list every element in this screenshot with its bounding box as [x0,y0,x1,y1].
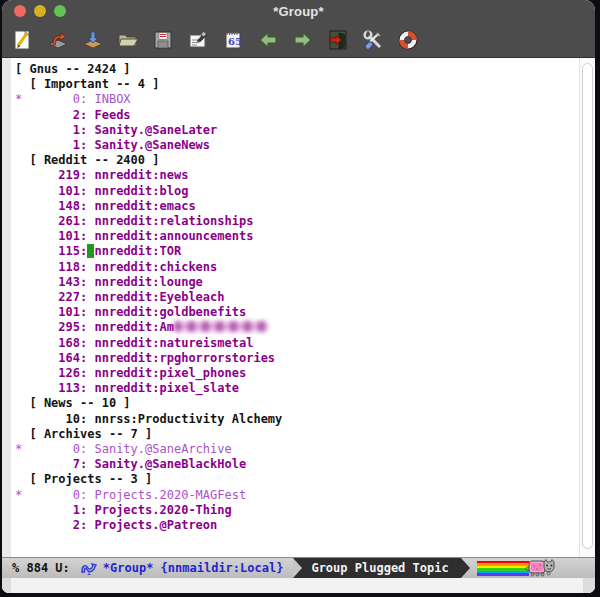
buffer-line[interactable]: 101: nnreddit:goldbenefits [15,305,579,320]
help-icon[interactable] [395,27,421,53]
buffer-line[interactable]: * 0: Projects.2020-MAGFest [15,488,579,503]
titlebar[interactable]: *Group* [2,0,595,22]
buffer-line[interactable]: 164: nnreddit:rpghorrorstories [15,351,579,366]
buffer-line[interactable]: 10: nnrss:Productivity Alchemy [15,412,579,427]
buffer-line[interactable]: 126: nnreddit:pixel_phones [15,366,579,381]
write-mail-icon[interactable] [185,27,211,53]
emacs-window: *Group* [2,0,595,593]
mode-line: % 884 U: 1 *Group* {nnmaildir:Local} Gro… [2,557,595,578]
echo-area [2,578,595,593]
save-icon[interactable] [150,27,176,53]
svg-text:1: 1 [87,569,91,576]
toolbar: 65 [2,22,595,58]
modeline-modes: Group Plugged Topic [311,561,448,575]
buffer-line[interactable]: 7: Sanity.@SaneBlackHole [15,457,579,472]
get-news-icon[interactable] [80,27,106,53]
nyan-rainbow [477,561,529,576]
reply-arrow-icon[interactable] [45,27,71,53]
open-folder-icon[interactable] [115,27,141,53]
window-title: *Group* [273,4,324,19]
buffer-lines: [ Gnus -- 2424 ] [ Important -- 4 ]* 0: … [11,58,579,557]
group-buffer: [ Gnus -- 2424 ] [ Important -- 4 ]* 0: … [2,58,595,557]
modeline-modes-segment[interactable]: Group Plugged Topic [293,558,460,579]
buffer-line[interactable]: 1: Sanity.@SaneNews [15,138,579,153]
buffer-line[interactable]: 148: nnreddit:emacs [15,199,579,214]
left-fringe [2,58,11,557]
buffer-line[interactable]: [ Projects -- 3 ] [15,472,579,487]
buffer-line[interactable]: [ Important -- 4 ] [15,77,579,92]
traffic-lights [14,5,66,17]
gnus-logo-icon: 1 [80,561,98,576]
buffer-line[interactable]: [ News -- 10 ] [15,396,579,411]
buffer-line[interactable]: 101: nnreddit:announcements [15,229,579,244]
redacted-text [174,321,268,332]
modeline-status: % 884 U: [2,561,70,575]
buffer-line[interactable]: 227: nnreddit:Eyebleach [15,290,579,305]
compose-icon[interactable] [10,27,36,53]
echo-right-fringe [583,578,595,593]
buffer-line[interactable]: 261: nnreddit:relationships [15,214,579,229]
buffer-line[interactable]: * 0: INBOX [15,92,579,107]
buffer-line[interactable]: 113: nnreddit:pixel_slate [15,381,579,396]
minimize-button[interactable] [34,5,46,17]
buffer-line[interactable]: [ Archives -- 7 ] [15,427,579,442]
buffer-line[interactable]: 115: nnreddit:TOR [15,244,579,259]
buffer-line[interactable]: 2: Feeds [15,108,579,123]
diary-icon[interactable]: 65 [220,27,246,53]
nyan-cat-indicator [477,558,555,579]
buffer-line[interactable]: 1: Sanity.@SaneLater [15,123,579,138]
buffer-line[interactable]: 118: nnreddit:chickens [15,260,579,275]
forward-icon[interactable] [290,27,316,53]
scrollbar-thumb[interactable] [582,63,593,549]
buffer-line[interactable]: 143: nnreddit:lounge [15,275,579,290]
zoom-button[interactable] [54,5,66,17]
modeline-buffer-id[interactable]: *Group* {nnmaildir:Local} [103,561,284,575]
buffer-line[interactable]: 1: Projects.2020-Thing [15,503,579,518]
preferences-icon[interactable] [360,27,386,53]
buffer-line[interactable]: 101: nnreddit:blog [15,184,579,199]
vertical-scrollbar[interactable] [579,58,595,557]
echo-left-fringe [2,578,11,593]
back-icon[interactable] [255,27,281,53]
nyan-cat-icon [525,559,555,578]
buffer-line[interactable]: 168: nnreddit:natureismetal [15,336,579,351]
buffer-line[interactable]: [ Gnus -- 2424 ] [15,62,579,77]
text-cursor [87,244,94,258]
close-button[interactable] [14,5,26,17]
buffer-line[interactable]: 219: nnreddit:news [15,168,579,183]
svg-text:65: 65 [228,36,242,47]
buffer-line[interactable]: 295: nnreddit:Am [15,320,579,335]
buffer-line[interactable]: * 0: Sanity.@SaneArchive [15,442,579,457]
buffer-line[interactable]: [ Reddit -- 2400 ] [15,153,579,168]
buffer-line[interactable]: 2: Projects.@Patreon [15,518,579,533]
exit-icon[interactable] [325,27,351,53]
